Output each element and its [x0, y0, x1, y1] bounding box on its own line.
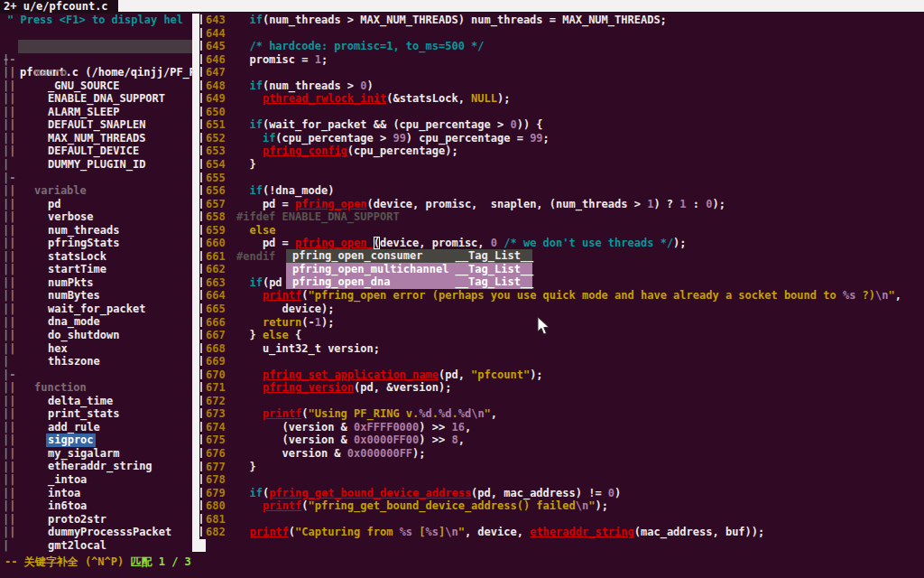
code-line[interactable]: 654 } — [0, 158, 924, 172]
code-line[interactable]: 655 — [0, 172, 924, 185]
code-line[interactable]: 679 if(pfring_get_bound_device_address(p… — [0, 487, 924, 500]
code-text: if(cpu_percentage > 99) cpu_percentage =… — [236, 132, 550, 145]
code-line[interactable]: 682 printf("Capturing from %s [%s]\n", d… — [0, 526, 924, 539]
code-text: #ifdef ENABLE_DNA_SUPPORT — [236, 210, 400, 224]
code-line[interactable]: 646 promisc = 1; — [0, 53, 924, 67]
code-line[interactable]: 677 } — [0, 461, 924, 474]
code-line[interactable]: 678 — [0, 473, 924, 487]
line-number: 645 — [206, 40, 226, 53]
code-text: } — [236, 158, 256, 172]
code-line[interactable]: 666 return(-1); — [0, 316, 924, 330]
code-line[interactable]: 673 printf("Using PF_RING v.%d.%d.%d\n", — [0, 407, 924, 421]
line-number: 649 — [206, 92, 226, 106]
line-number: 643 — [206, 14, 226, 27]
completion-item-pfring_open_consumer[interactable]: pfring_open_consumer __Tag_List__ — [286, 249, 532, 263]
completion-item-pfring_open_dna[interactable]: pfring_open_dna __Tag_List__ — [286, 275, 532, 289]
code-text: /* hardcode: promisc=1, to_ms=500 */ — [236, 40, 485, 53]
line-number: 672 — [206, 395, 226, 408]
code-text: if(wait_for_packet && (cpu_percentage > … — [236, 118, 543, 132]
code-text: printf("pfring_open error (perhaps you u… — [236, 289, 901, 303]
completion-mode-message: -- 关键字补全 (^N^P) — [5, 555, 130, 568]
vim-tabline: 2+ u/e/pfcount.c — [0, 0, 924, 14]
code-line[interactable]: 652 if(cpu_percentage > 99) cpu_percenta… — [0, 132, 924, 145]
code-text: (version & 0x0000FF00) >> 8, — [236, 434, 465, 447]
code-text: if(num_threads > 0) — [236, 79, 374, 93]
code-text: #endif — [236, 250, 275, 264]
line-number: 648 — [206, 79, 226, 93]
line-number: 646 — [206, 53, 226, 67]
line-number: 668 — [206, 342, 226, 356]
mouse-cursor-icon — [537, 316, 551, 336]
taglist-spacer-line: | — [0, 539, 924, 553]
line-number: 660 — [206, 237, 226, 250]
line-number: 655 — [206, 172, 226, 185]
line-number: 675 — [206, 434, 226, 447]
line-number: 673 — [206, 407, 226, 421]
code-text: else — [236, 224, 275, 238]
code-line[interactable]: 675 (version & 0x0000FF00) >> 8, — [0, 434, 924, 447]
code-line[interactable]: 667 } else { — [0, 329, 924, 342]
code-line[interactable]: 672 — [0, 395, 924, 408]
line-number: 647 — [206, 66, 226, 79]
line-number: 667 — [206, 329, 226, 342]
completion-item-pfring_open_multichannel[interactable]: pfring_open_multichannel __Tag_List__ — [286, 263, 532, 276]
code-text: if(num_threads > MAX_NUM_THREADS) num_th… — [236, 14, 667, 27]
line-number: 676 — [206, 447, 226, 461]
line-number: 658 — [206, 210, 226, 224]
code-line[interactable]: 659 else — [0, 224, 924, 238]
code-line[interactable]: 670 pfring_set_application_name(pd, "pfc… — [0, 368, 924, 382]
code-line[interactable]: 657 pd = pfring_open(device, promisc, sn… — [0, 198, 924, 211]
line-number: 671 — [206, 381, 226, 395]
line-number: 679 — [206, 487, 226, 500]
completion-popup: pfring_open_consumer __Tag_List__pfring_… — [286, 249, 532, 289]
line-number: 650 — [206, 106, 226, 119]
line-number: 674 — [206, 421, 226, 434]
vim-command-line: -- 关键字补全 (^N^P) 匹配 1 / 3 — [5, 555, 191, 569]
code-line[interactable]: 669 — [0, 355, 924, 368]
code-text: return(-1); — [236, 316, 334, 330]
tab-label: 2+ u/e/pfcount.c — [4, 0, 108, 14]
code-line[interactable]: 653 pfring_config(cpu_percentage); — [0, 144, 924, 158]
line-number: 659 — [206, 224, 226, 238]
line-number: 677 — [206, 461, 226, 474]
line-number: 661 — [206, 250, 226, 264]
code-line[interactable]: 665 device); — [0, 303, 924, 316]
code-text: if(pfring_get_bound_device_address(pd, m… — [236, 487, 621, 500]
code-line[interactable]: 674 (version & 0xFFFF0000) >> 16, — [0, 421, 924, 434]
code-line[interactable]: 650 — [0, 106, 924, 119]
line-number: 657 — [206, 198, 226, 211]
code-line[interactable]: 644 — [0, 27, 924, 41]
code-line[interactable]: 660 pd = pfring_open_(device, promisc, 0… — [0, 237, 924, 250]
code-line[interactable]: 664 printf("pfring_open error (perhaps y… — [0, 289, 924, 303]
code-line[interactable]: 643 if(num_threads > MAX_NUM_THREADS) nu… — [0, 14, 924, 27]
code-text: printf("Capturing from %s [%s]\n", devic… — [236, 526, 764, 539]
code-line[interactable]: 651 if(wait_for_packet && (cpu_percentag… — [0, 118, 924, 132]
line-number: 656 — [206, 184, 226, 198]
code-line[interactable]: 648 if(num_threads > 0) — [0, 79, 924, 93]
code-text: u_int32_t version; — [236, 342, 380, 356]
code-text: (version & 0xFFFF0000) >> 16, — [236, 421, 471, 434]
code-line[interactable]: 668 u_int32_t version; — [0, 342, 924, 356]
code-line[interactable]: 676 version & 0x000000FF); — [0, 447, 924, 461]
code-line[interactable]: 656 if(!dna_mode) — [0, 184, 924, 198]
line-number: 653 — [206, 144, 226, 158]
code-text: if(pd — [236, 276, 282, 290]
code-line[interactable]: 658#ifdef ENABLE_DNA_SUPPORT — [0, 210, 924, 224]
code-line[interactable]: 647 — [0, 66, 924, 79]
line-number: 651 — [206, 118, 226, 132]
code-text: pd = pfring_open(device, promisc, snaple… — [236, 198, 725, 211]
code-line[interactable]: 681 — [0, 513, 924, 527]
code-text: version & 0x000000FF); — [236, 447, 426, 461]
code-text: } — [236, 461, 256, 474]
code-text: promisc = 1; — [236, 53, 328, 67]
tab-current[interactable]: 2+ u/e/pfcount.c — [0, 0, 118, 14]
code-line[interactable]: 680 printf("pfring_get_bound_device_addr… — [0, 499, 924, 513]
line-number: 664 — [206, 289, 226, 303]
code-text: device); — [236, 303, 334, 316]
code-line[interactable]: 645 /* hardcode: promisc=1, to_ms=500 */ — [0, 40, 924, 53]
code-line[interactable]: 649 pthread_rwlock_init(&statsLock, NULL… — [0, 92, 924, 106]
code-line[interactable]: 671 pfring_version(pd, &version); — [0, 381, 924, 395]
tabline-fill — [118, 0, 924, 12]
window-vertical-split-end — [192, 539, 206, 552]
line-number: 678 — [206, 473, 226, 487]
